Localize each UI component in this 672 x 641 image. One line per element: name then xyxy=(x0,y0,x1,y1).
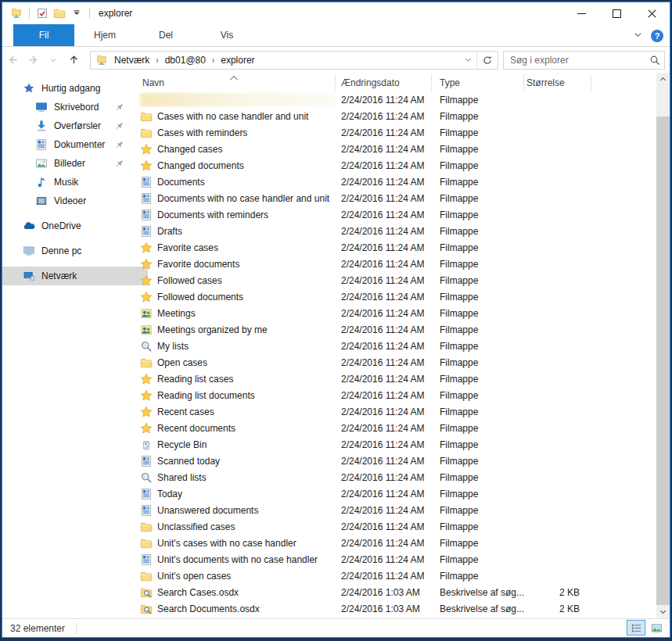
file-name-cell: Today xyxy=(137,488,336,500)
tab-del[interactable]: Del xyxy=(135,24,196,46)
address-dropdown-icon[interactable] xyxy=(459,52,476,69)
file-row[interactable]: Changed cases2/24/2016 11:24 AMFilmappe xyxy=(137,141,656,157)
file-row[interactable]: Changed documents2/24/2016 11:24 AMFilma… xyxy=(137,157,656,174)
file-row[interactable]: Recycle Bin2/24/2016 11:24 AMFilmappe xyxy=(137,436,656,453)
file-row[interactable]: Documents with no case handler and unit2… xyxy=(137,190,656,206)
column-header-size[interactable]: Størrelse xyxy=(524,74,591,91)
file-name: Documents xyxy=(157,177,205,188)
tab-fil[interactable]: Fil xyxy=(13,24,74,46)
file-type: Filmappe xyxy=(432,292,524,303)
file-row[interactable]: Cases with reminders2/24/2016 11:24 AMFi… xyxy=(137,124,656,141)
file-row[interactable]: Followed documents2/24/2016 11:24 AMFilm… xyxy=(137,288,656,305)
file-row[interactable]: Documents with reminders2/24/2016 11:24 … xyxy=(137,206,656,223)
file-type: Filmappe xyxy=(432,127,524,138)
minimize-button[interactable] xyxy=(564,2,599,24)
file-modified-date: 2/24/2016 11:24 AM xyxy=(336,242,432,253)
column-header-type[interactable]: Type xyxy=(432,74,524,91)
new-folder-icon[interactable] xyxy=(52,6,66,20)
file-row[interactable]: Drafts2/24/2016 11:24 AMFilmappe xyxy=(137,223,656,239)
details-view-icon[interactable] xyxy=(627,620,645,636)
address-box[interactable]: Netværk›db01@80›explorer xyxy=(90,51,498,70)
sidebar-item-videoer[interactable]: Videoer xyxy=(2,192,137,210)
file-row[interactable]: Favorite cases2/24/2016 11:24 AMFilmappe xyxy=(137,239,656,256)
recent-locations-icon[interactable] xyxy=(43,51,63,70)
thumbnail-view-icon[interactable] xyxy=(647,620,666,636)
file-row[interactable]: Favorite documents2/24/2016 11:24 AMFilm… xyxy=(137,256,656,272)
file-name-cell: Search Documents.osdx xyxy=(137,603,336,615)
file-row[interactable]: Unit's open cases2/24/2016 11:24 AMFilma… xyxy=(137,568,656,584)
sidebar-item-netværk[interactable]: Netværk xyxy=(2,267,148,285)
file-row[interactable]: Unclassified cases2/24/2016 11:24 AMFilm… xyxy=(137,518,656,535)
sidebar-item-billeder[interactable]: Billeder xyxy=(2,154,137,173)
file-row[interactable]: Meetings organized by me2/24/2016 11:24 … xyxy=(137,321,656,338)
file-row[interactable]: Today2/24/2016 11:24 AMFilmappe xyxy=(137,485,656,502)
star-icon xyxy=(140,242,153,254)
file-modified-date: 2/24/2016 11:24 AM xyxy=(336,538,432,549)
search-icon[interactable] xyxy=(645,55,664,66)
file-name-cell: Followed documents xyxy=(137,291,336,303)
scroll-down-icon[interactable] xyxy=(656,605,670,618)
back-icon[interactable] xyxy=(2,51,23,70)
forward-icon[interactable] xyxy=(23,51,43,70)
sidebar-item-denne-pc[interactable]: Denne pc xyxy=(2,242,137,260)
file-row[interactable]: Cases with no case handler and unit2/24/… xyxy=(137,108,656,124)
file-row[interactable]: Documents2/24/2016 11:24 AMFilmappe xyxy=(137,174,656,190)
file-row[interactable]: Reading list cases2/24/2016 11:24 AMFilm… xyxy=(137,371,656,387)
file-row[interactable]: Followed cases2/24/2016 11:24 AMFilmappe xyxy=(137,272,656,288)
file-row[interactable]: Shared lists2/24/2016 11:24 AMFilmappe xyxy=(137,469,656,485)
file-modified-date: 2/24/2016 11:24 AM xyxy=(336,324,432,335)
breadcrumb-item-explorer[interactable]: explorer xyxy=(217,55,257,66)
file-name: Followed documents xyxy=(157,292,243,303)
sidebar-item-onedrive[interactable]: OneDrive xyxy=(2,217,137,235)
sidebar-item-skrivebord[interactable]: Skrivebord xyxy=(2,98,137,116)
toolbar-separator xyxy=(89,8,90,19)
breadcrumb-item-db01-80[interactable]: db01@80 xyxy=(162,55,209,66)
file-name: Documents with no case handler and unit xyxy=(157,193,329,204)
file-type: Filmappe xyxy=(432,308,524,319)
file-name-cell: Meetings organized by me xyxy=(137,324,336,336)
star-icon xyxy=(140,422,153,435)
scroll-up-icon[interactable] xyxy=(656,73,670,86)
file-name: Scanned today xyxy=(157,456,220,467)
sidebar-item-dokumenter[interactable]: Dokumenter xyxy=(2,135,137,154)
sidebar-item-hurtig-adgang[interactable]: Hurtig adgang xyxy=(2,79,137,98)
file-row[interactable]: Open cases2/24/2016 11:24 AMFilmappe xyxy=(137,354,656,371)
file-row[interactable]: Recent cases2/24/2016 11:24 AMFilmappe xyxy=(137,403,656,420)
search-input[interactable] xyxy=(504,55,645,66)
sort-ascending-icon[interactable] xyxy=(229,73,239,79)
file-row[interactable]: Unit's cases with no case handler2/24/20… xyxy=(137,535,656,551)
breadcrumb-item-netværk[interactable]: Netværk xyxy=(111,55,153,66)
file-size: 2 KB xyxy=(524,603,591,614)
help-icon[interactable]: ? xyxy=(651,30,663,42)
sidebar-item-musik[interactable]: Musik xyxy=(2,173,137,192)
tab-vis[interactable]: Vis xyxy=(196,24,257,46)
file-row[interactable]: Search Documents.osdx2/24/2016 1:03 AMBe… xyxy=(137,600,656,617)
customize-toolbar-icon[interactable] xyxy=(70,6,84,20)
properties-icon[interactable] xyxy=(35,6,49,20)
refresh-icon[interactable] xyxy=(476,52,498,69)
downloads-icon xyxy=(35,120,48,132)
file-name: Cases with no case handler and unit xyxy=(157,111,308,122)
file-row[interactable]: 2/24/2016 11:24 AMFilmappe xyxy=(137,91,656,108)
file-row[interactable]: Search Cases.osdx2/24/2016 1:03 AMBeskri… xyxy=(137,584,656,600)
file-type: Filmappe xyxy=(432,423,524,434)
file-row[interactable]: Unanswered documents2/24/2016 11:24 AMFi… xyxy=(137,502,656,518)
file-row[interactable]: Meetings2/24/2016 11:24 AMFilmappe xyxy=(137,305,656,321)
file-row[interactable]: Scanned today2/24/2016 11:24 AMFilmappe xyxy=(137,453,656,469)
up-icon[interactable] xyxy=(63,51,84,70)
file-row[interactable]: Unit's documents with no case handler2/2… xyxy=(137,551,656,568)
scrollbar-thumb[interactable] xyxy=(656,116,670,605)
tab-hjem[interactable]: Hjem xyxy=(74,24,135,46)
file-modified-date: 2/24/2016 11:24 AM xyxy=(336,95,432,106)
file-modified-date: 2/24/2016 11:24 AM xyxy=(336,127,432,138)
vertical-scrollbar[interactable] xyxy=(656,73,670,618)
file-row[interactable]: Recent documents2/24/2016 11:24 AMFilmap… xyxy=(137,420,656,436)
maximize-button[interactable] xyxy=(599,2,634,24)
sidebar-item-overførsler[interactable]: Overførsler xyxy=(2,116,137,135)
expand-ribbon-icon[interactable] xyxy=(633,29,643,43)
close-button[interactable] xyxy=(634,2,670,24)
file-row[interactable]: Reading list documents2/24/2016 11:24 AM… xyxy=(137,387,656,403)
file-name: Drafts xyxy=(157,226,182,237)
file-row[interactable]: My lists2/24/2016 11:24 AMFilmappe xyxy=(137,338,656,354)
column-header-modified[interactable]: Ændringsdato xyxy=(336,74,432,91)
